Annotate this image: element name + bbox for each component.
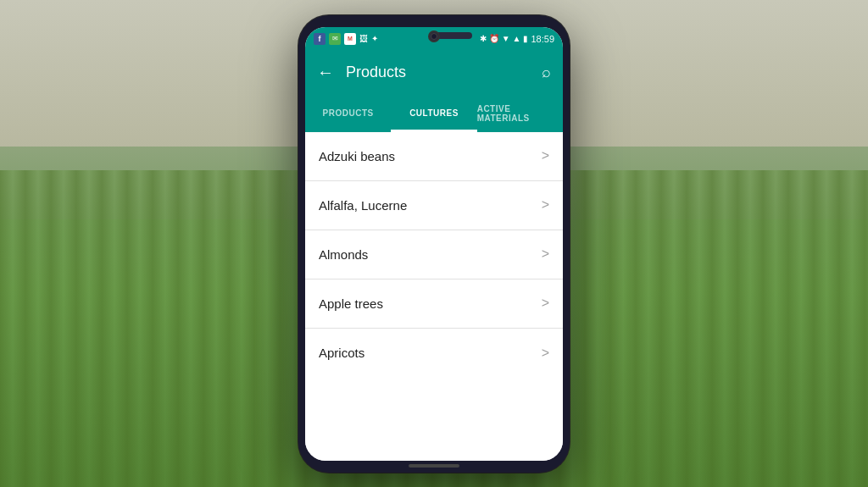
status-icons-right: ✱ ⏰ ▼ ▲ ▮ 18:59 (480, 34, 554, 44)
search-button[interactable]: ⌕ (542, 64, 551, 81)
item-name: Alfalfa, Lucerne (319, 198, 407, 213)
item-arrow: > (542, 148, 549, 163)
list-item[interactable]: Adzuki beans > (305, 132, 563, 181)
item-arrow: > (542, 197, 549, 213)
app-title: Products (346, 64, 542, 81)
phone-screen: f ✉ M 🖼 ✦ ✱ ⏰ ▼ ▲ ▮ 18:59 ← Produc (305, 27, 563, 461)
list-item[interactable]: Apple trees > (305, 279, 563, 329)
gmail-icon: M (344, 33, 356, 45)
tab-products[interactable]: PRODUCTS (305, 95, 391, 132)
status-icons-left: f ✉ M 🖼 ✦ (314, 33, 378, 45)
list-item[interactable]: Almonds > (305, 230, 563, 279)
alarm-icon: ⏰ (489, 34, 499, 43)
signal-icon: ▲ (513, 34, 521, 43)
facebook-icon: f (314, 33, 326, 45)
item-arrow: > (542, 246, 549, 262)
sms-icon: ✉ (329, 33, 341, 45)
item-name: Apple trees (319, 296, 383, 311)
bluetooth-icon: ✱ (480, 34, 487, 43)
home-indicator (409, 464, 459, 468)
list-item[interactable]: Alfalfa, Lucerne > (305, 181, 563, 230)
tab-cultures[interactable]: CULTURES (391, 95, 476, 132)
phone-mockup: f ✉ M 🖼 ✦ ✱ ⏰ ▼ ▲ ▮ 18:59 ← Produc (298, 15, 570, 473)
tab-bar: PRODUCTS CULTURES ACTIVE MATERIALS (305, 95, 563, 132)
phone-camera (428, 30, 440, 42)
item-name: Almonds (319, 247, 368, 262)
item-arrow: > (542, 296, 549, 311)
list-item[interactable]: Apricots > (305, 329, 563, 378)
wifi-icon: ▼ (502, 34, 510, 43)
time-display: 18:59 (531, 34, 554, 44)
phone-body: f ✉ M 🖼 ✦ ✱ ⏰ ▼ ▲ ▮ 18:59 ← Produc (298, 15, 570, 473)
item-arrow: > (542, 346, 549, 361)
item-name: Apricots (319, 346, 364, 360)
item-name: Adzuki beans (319, 149, 395, 163)
dropbox-icon: ✦ (371, 34, 378, 43)
photos-icon: 🖼 (359, 34, 368, 43)
battery-icon: ▮ (523, 34, 528, 43)
tab-active-materials[interactable]: ACTIVE MATERIALS (477, 95, 563, 132)
app-bar: ← Products ⌕ (305, 51, 563, 95)
cultures-list: Adzuki beans > Alfalfa, Lucerne > Almond… (305, 132, 563, 461)
back-button[interactable]: ← (317, 63, 334, 82)
